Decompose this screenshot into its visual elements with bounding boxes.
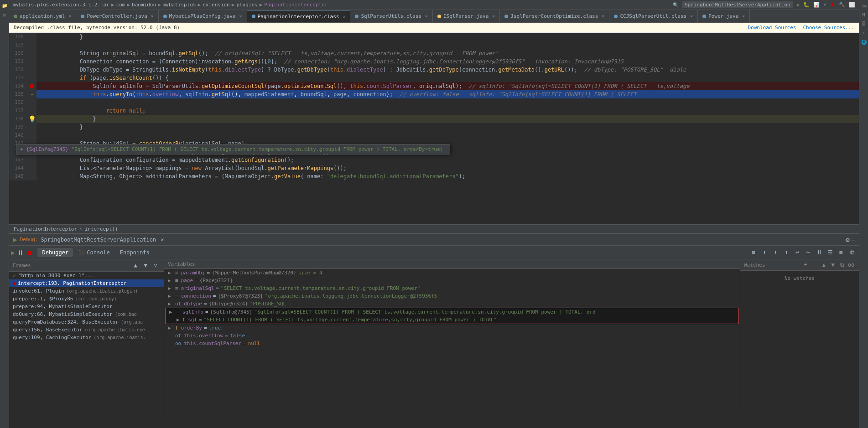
- tab-isqlparser[interactable]: ISqlParser.java ×: [433, 10, 500, 23]
- var-arrow-dbtype[interactable]: ▶: [168, 301, 173, 307]
- tab-mybatisplusconfig[interactable]: MybatisPlusConfig.java ×: [159, 10, 247, 23]
- tab-powercontroller[interactable]: PowerController.java ×: [76, 10, 158, 23]
- debug-settings-icon[interactable]: ⚙: [846, 236, 849, 243]
- var-arrow-page[interactable]: ▶: [168, 278, 173, 284]
- pause-btn[interactable]: ⏸: [814, 248, 824, 258]
- var-arrow-orderby[interactable]: ▶: [168, 325, 173, 331]
- code-breadcrumb-method[interactable]: intercept(): [85, 226, 118, 232]
- rest-services-icon[interactable]: ⚡: [860, 29, 868, 36]
- build-button[interactable]: 🔨: [839, 2, 845, 8]
- debug-tab-debugger[interactable]: Debugger: [37, 248, 73, 257]
- tab-ccjsqlparser[interactable]: CCJSqlParserUtil.class ×: [609, 10, 698, 23]
- frame-item-3[interactable]: prepare:94, MybatisSimpleExecutor: [9, 303, 164, 310]
- var-arrow-paramobj[interactable]: ▶: [168, 270, 173, 276]
- download-sources-link[interactable]: Download Sources: [748, 25, 796, 31]
- var-arrow-originalsql[interactable]: ▶: [168, 285, 173, 291]
- tab-close-application[interactable]: ×: [68, 14, 71, 19]
- watches-add-btn[interactable]: +: [801, 261, 810, 269]
- frame-item-2[interactable]: prepare:-1, $Proxy86 (com.sun.proxy): [9, 295, 164, 303]
- code-editor[interactable]: 128 } 129 130 String originalSql = bound…: [9, 33, 859, 224]
- variable-tooltip: + {SqlInfo@7345} "SqlInfo(sql=SELECT COU…: [16, 144, 450, 155]
- coverage-button[interactable]: 📊: [813, 2, 820, 8]
- frame-item-5[interactable]: queryFromDatabase:324, BaseExecutor (org…: [9, 318, 164, 326]
- breadcrumb-item-5[interactable]: plugins: [236, 2, 257, 8]
- step-over-btn[interactable]: ≡: [748, 248, 759, 258]
- code-breadcrumb-sep: ›: [79, 226, 83, 232]
- run-button[interactable]: ▶: [797, 2, 800, 8]
- main-content: mybatis-plus-extension-3.1.2.jar ▶ com ▶…: [9, 0, 859, 414]
- code-breadcrumb-class[interactable]: PaginationInterceptor: [14, 226, 77, 232]
- database-icon[interactable]: 🗄: [860, 20, 868, 27]
- watches-up-btn[interactable]: ▲: [820, 261, 828, 269]
- debug-tab-endpoints[interactable]: Endpoints: [115, 248, 154, 257]
- maven-icon[interactable]: M: [860, 11, 868, 18]
- structure-icon[interactable]: ⊞: [1, 11, 8, 18]
- frame-class-5: (org.apa: [121, 320, 143, 325]
- breadcrumb-item-0[interactable]: mybatis-plus-extension-3.1.2.jar: [13, 2, 109, 8]
- frame-name-3: prepare:94, MybatisSimpleExecutor: [13, 304, 113, 309]
- tab-close-paginationinterceptor[interactable]: ×: [343, 14, 345, 19]
- tab-jsqlparser[interactable]: JsqlParserCountOptimize.class ×: [500, 10, 609, 23]
- step-out-btn[interactable]: ⬆: [781, 248, 791, 258]
- debug-session-close[interactable]: ×: [161, 237, 164, 243]
- watches-remove-btn[interactable]: −: [811, 261, 819, 269]
- breadcrumb-item-6[interactable]: PaginationInterceptor: [264, 2, 327, 8]
- debug-play-icon[interactable]: ▶: [13, 235, 17, 244]
- debug-run-button[interactable]: 🐛: [803, 2, 810, 8]
- evaluate-btn[interactable]: ↪: [803, 248, 813, 258]
- watches-down-btn[interactable]: ▼: [829, 261, 837, 269]
- restore-layout-btn[interactable]: ⧉: [847, 248, 857, 258]
- tab-close-jsqlparser[interactable]: ×: [602, 14, 604, 19]
- web-icon[interactable]: 🌐: [860, 38, 868, 46]
- right-panel-strip: 🐜 M 🗄 ⚡ 🌐: [859, 0, 868, 428]
- debug-pause-button[interactable]: ⏸: [17, 249, 24, 256]
- run-config-label[interactable]: SpringbootMqttRestServerApplication: [682, 1, 793, 8]
- tab-close-isqlparser[interactable]: ×: [492, 14, 495, 19]
- search-icon[interactable]: 🔍: [673, 2, 678, 7]
- frame-down-btn[interactable]: ▼: [141, 261, 150, 270]
- ant-icon[interactable]: 🐜: [860, 2, 868, 9]
- force-step-into-btn[interactable]: ⬇: [770, 248, 780, 258]
- choose-sources-link[interactable]: Choose Sources...: [803, 25, 854, 31]
- project-icon[interactable]: 📁: [1, 2, 8, 9]
- watches-settings-btn[interactable]: oo: [847, 261, 855, 269]
- debug-minimize-icon[interactable]: −: [852, 236, 855, 243]
- profile-button[interactable]: ⚡: [823, 2, 826, 8]
- frames-panel: Frames ▲ ▼ ▽ ✓ "http-nio-8080-exec-1"...…: [9, 259, 164, 414]
- frame-item-6[interactable]: query:156, BaseExecutor (org.apache.ibat…: [9, 326, 164, 334]
- frame-item-0[interactable]: ● intercept:193, PaginationInterceptor: [9, 279, 164, 287]
- maximize-button[interactable]: ⬜: [849, 2, 855, 8]
- tab-sqlparserutils[interactable]: SqlParserUtils.class ×: [350, 10, 432, 23]
- tab-close-powercontroller[interactable]: ×: [151, 14, 154, 19]
- breadcrumb-item-1[interactable]: com: [116, 2, 125, 8]
- tab-application[interactable]: application.yml ×: [9, 10, 76, 23]
- frame-item-4[interactable]: doQuery:66, MybatisSimpleExecutor (com.b…: [9, 310, 164, 318]
- breadcrumb-item-3[interactable]: mybatisplus: [163, 2, 196, 8]
- debug-stop-button[interactable]: ⏹: [26, 249, 33, 256]
- run-to-cursor-btn[interactable]: ↩: [792, 248, 802, 258]
- variables-btn[interactable]: ≡: [836, 248, 846, 258]
- tab-paginationinterceptor[interactable]: PaginationInterceptor.class ×: [247, 10, 351, 23]
- var-arrow-sqlinfo[interactable]: ▶: [169, 309, 175, 315]
- debug-tab-console[interactable]: ⬛ Console: [74, 248, 114, 257]
- step-into-btn[interactable]: ⬇: [759, 248, 769, 258]
- frame-filter-btn[interactable]: ▽: [151, 261, 160, 270]
- tab-close-sqlparserutils[interactable]: ×: [425, 14, 428, 19]
- breadcrumb-item-4[interactable]: extension: [203, 2, 230, 8]
- tab-power[interactable]: Power.java ×: [698, 10, 750, 23]
- tab-close-ccjsqlparser[interactable]: ×: [690, 14, 693, 19]
- frames-btn[interactable]: ☰: [825, 248, 835, 258]
- code-breadcrumb: PaginationInterceptor › intercept(): [9, 224, 859, 233]
- frame-item-7[interactable]: query:109, CachingExecutor (org.apache.i…: [9, 334, 164, 341]
- tab-close-mybatisplusconfig[interactable]: ×: [239, 14, 242, 19]
- frame-up-btn[interactable]: ▲: [131, 261, 140, 270]
- tab-close-power[interactable]: ×: [742, 14, 745, 19]
- bulb-icon[interactable]: 💡: [28, 115, 36, 123]
- watches-empty-label: No watches: [740, 271, 859, 286]
- debug-resume-button[interactable]: ▶: [11, 249, 15, 256]
- breadcrumb-item-2[interactable]: baomidou: [132, 2, 156, 8]
- watches-copy-btn[interactable]: ⧉: [838, 261, 846, 269]
- frame-item-1[interactable]: invoke:61, Plugin (org.apache.ibatis.plu…: [9, 287, 164, 295]
- var-arrow-connection[interactable]: ▶: [168, 293, 173, 299]
- stop-button[interactable]: ⏹: [830, 2, 835, 8]
